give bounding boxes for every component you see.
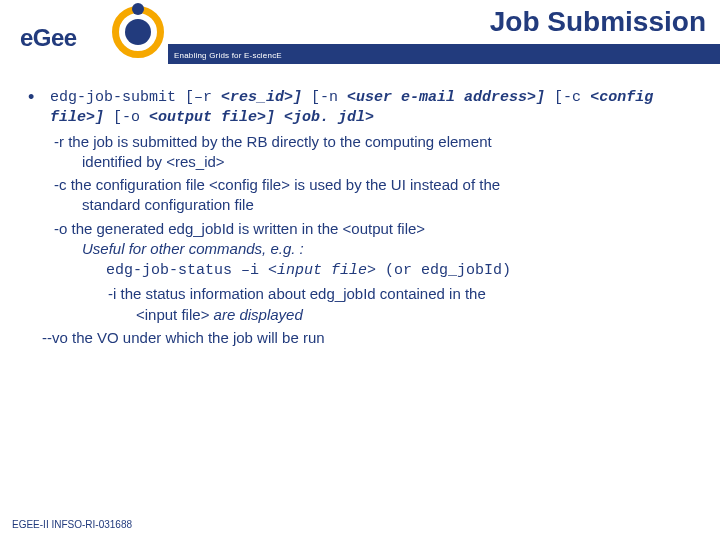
option-vo: --vo the VO under which the job will be … [42,328,702,348]
cmd-arg-output: <output file>] [149,109,275,126]
option-i-input: <input file> [136,306,214,323]
main-bullet: • edg-job-submit [–r <res_id>] [-n <user… [28,88,702,348]
cmd-arg-jdl: <job. jdl> [284,109,374,126]
option-r: -r the job is submitted by the RB direct… [54,132,702,173]
egee-logo: eGee [12,4,167,60]
option-r-line1: -r the job is submitted by the RB direct… [54,132,702,152]
logo-text: eGee [20,24,77,52]
example-tail: (or edg_jobId) [376,262,511,279]
footer-ref: EGEE-II INFSO-RI-031688 [12,519,132,530]
option-c-line1: -c the configuration file <config file> … [54,175,702,195]
cmd-text: [-o [104,109,149,126]
option-i-line1: -i the status information about edg_jobI… [108,284,702,304]
slide-header: eGee Job Submission Enabling Grids for E… [0,0,720,70]
tagline: Enabling Grids for E-sciencE [168,51,282,60]
bullet-icon: • [28,88,50,348]
header-bar: Enabling Grids for E-sciencE [168,44,720,64]
slide-title: Job Submission [490,6,706,38]
cmd-arg-email: <user e-mail address>] [347,89,545,106]
command-usage: edg-job-submit [–r <res_id>] [-n <user e… [50,88,702,129]
option-c: -c the configuration file <config file> … [54,175,702,216]
example-cmd: edg-job-status –i [106,262,268,279]
option-o-useful: Useful for other commands, e.g. : [82,239,702,259]
option-o-line1: -o the generated edg_jobId is written in… [54,219,702,239]
option-i-line2: <input file> are displayed [108,305,702,325]
cmd-text: [-c [545,89,590,106]
cmd-text: [-n [302,89,347,106]
slide-content: • edg-job-submit [–r <res_id>] [-n <user… [0,70,720,348]
option-c-line2: standard configuration file [54,195,702,215]
logo-dot-icon [125,19,151,45]
cmd-text: edg-job-submit [–r [50,89,221,106]
option-r-line2: identified by <res_id> [54,152,702,172]
cmd-arg-resid: <res_id>] [221,89,302,106]
option-o: -o the generated edg_jobId is written in… [54,219,702,282]
option-i-displayed: are displayed [214,306,303,323]
example-arg: <input file> [268,262,376,279]
option-o-example: edg-job-status –i <input file> (or edg_j… [106,259,702,281]
option-i: -i the status information about edg_jobI… [108,284,702,325]
bullet-body: edg-job-submit [–r <res_id>] [-n <user e… [50,88,702,348]
